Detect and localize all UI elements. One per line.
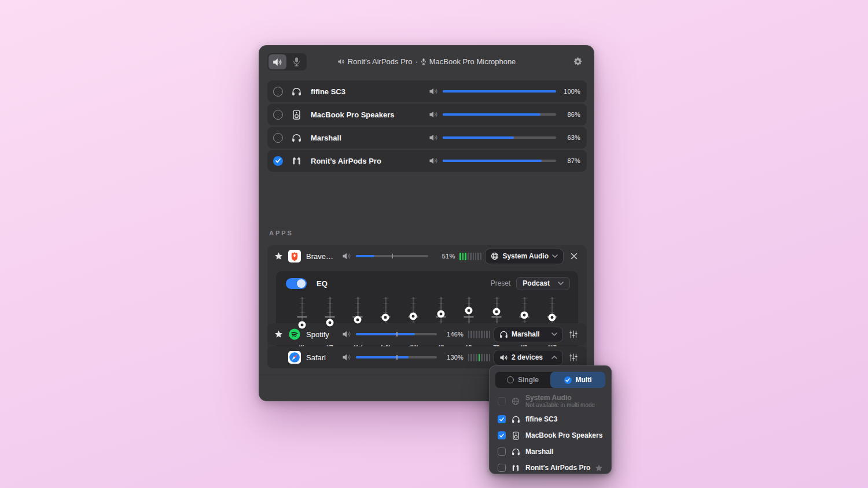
segment-multi[interactable]: Multi — [550, 372, 605, 388]
device-checkbox[interactable] — [498, 448, 506, 456]
eq-label: EQ — [317, 279, 491, 288]
eq-toggle[interactable] — [286, 278, 307, 289]
check-icon — [275, 158, 281, 163]
headphones-icon — [499, 331, 508, 338]
device-row-fifine-sc3[interactable]: fifine SC3 100% — [267, 80, 587, 102]
chevron-down-icon — [551, 332, 557, 336]
slider-fill — [356, 333, 415, 335]
device-row-marshall[interactable]: Marshall 63% — [267, 127, 587, 149]
app-volume-slider[interactable] — [356, 255, 428, 257]
output-select-brave[interactable]: System Audio — [485, 249, 564, 264]
slider-fill — [443, 136, 514, 139]
app-volume-slider[interactable] — [356, 333, 437, 335]
slider-100-tick — [396, 355, 398, 360]
eq-slider-knob[interactable] — [326, 319, 334, 327]
vu-bar — [484, 331, 485, 338]
vu-bar — [489, 354, 490, 361]
device-radio[interactable] — [273, 133, 283, 143]
preset-select[interactable]: Podcast — [516, 277, 570, 290]
vu-bar — [476, 354, 477, 361]
vu-bar — [462, 253, 464, 260]
output-select-safari[interactable]: 2 devices — [494, 350, 563, 365]
check-circle-icon — [564, 376, 572, 384]
safari-app-icon — [288, 351, 301, 364]
popup-item-macbook-pro-speakers[interactable]: MacBook Pro Speakers — [495, 427, 605, 443]
airpods-icon — [508, 464, 523, 472]
device-radio[interactable] — [273, 110, 283, 120]
favorite-star-icon[interactable] — [595, 464, 603, 472]
audio-control-window: Ronit’s AirPods Pro · MacBook Pro Microp… — [259, 45, 594, 401]
app-row-spotify: Spotify 146% Marshall — [267, 323, 587, 345]
device-volume-slider[interactable] — [443, 90, 556, 93]
popup-item-marshall[interactable]: Marshall — [495, 443, 605, 460]
segment-single[interactable]: Single — [495, 372, 550, 388]
headphones-icon — [286, 134, 306, 142]
radio-ring-icon — [507, 376, 514, 383]
volume-icon — [342, 330, 351, 338]
device-volume-value: 100% — [556, 88, 580, 95]
app-volume-slider[interactable] — [356, 356, 437, 358]
vu-bar — [473, 253, 474, 260]
favorite-star-icon[interactable] — [273, 330, 284, 338]
device-volume-slider[interactable] — [443, 113, 556, 116]
app-name: Spotify — [306, 330, 342, 339]
settings-button[interactable] — [569, 53, 586, 69]
preset-label: Preset — [491, 279, 511, 287]
volume-icon — [342, 353, 351, 361]
volume-icon — [429, 157, 438, 165]
title-separator: · — [415, 57, 417, 66]
popup-item-fifine-sc3[interactable]: fifine SC3 — [495, 411, 605, 427]
device-row-macbook-pro-speakers[interactable]: MacBook Pro Speakers 86% — [267, 103, 587, 125]
vu-bar — [468, 354, 469, 361]
eq-slider-knob[interactable] — [354, 316, 362, 324]
vu-bar — [470, 331, 472, 338]
favorite-star-icon[interactable] — [273, 252, 284, 260]
eq-slider-knob[interactable] — [465, 307, 473, 315]
window-header: Ronit’s AirPods Pro · MacBook Pro Microp… — [259, 46, 594, 77]
check-icon — [499, 417, 504, 422]
slider-100-tick — [396, 332, 398, 337]
zero-line — [297, 316, 307, 317]
eq-slider-knob[interactable] — [521, 312, 528, 319]
app-name: Brave… — [306, 252, 342, 261]
headphones-icon — [286, 87, 306, 96]
vu-bar — [468, 331, 469, 338]
mixer-sliders-icon — [569, 330, 578, 338]
device-checkbox[interactable] — [498, 431, 506, 439]
device-name: Ronit’s AirPods Pro — [311, 157, 429, 165]
eq-slider-knob[interactable] — [493, 308, 501, 316]
favorite-star-placeholder[interactable] — [273, 353, 284, 361]
device-volume-value: 87% — [556, 157, 580, 164]
popup-item-system-audio: System Audio Not available in multi mode — [495, 391, 605, 411]
popup-item-name: System Audio — [525, 394, 603, 402]
volume-icon — [429, 134, 438, 142]
device-volume-slider[interactable] — [443, 136, 556, 139]
device-checkbox[interactable] — [498, 464, 506, 472]
popup-item-ronits-airpods-pro[interactable]: Ronit's AirPods Pro — [495, 460, 605, 476]
device-checkbox[interactable] — [498, 415, 506, 423]
vu-bar — [481, 331, 482, 338]
preset-value: Podcast — [523, 279, 550, 287]
vu-bar — [470, 253, 471, 260]
eq-slider-knob[interactable] — [410, 313, 417, 320]
device-radio[interactable] — [273, 156, 283, 166]
output-select-spotify[interactable]: Marshall — [494, 327, 563, 342]
device-volume-slider[interactable] — [443, 160, 556, 162]
device-radio[interactable] — [273, 87, 283, 97]
app-eq-button[interactable] — [566, 350, 581, 364]
eq-slider-knob[interactable] — [299, 321, 306, 329]
close-app-button[interactable] — [567, 249, 581, 263]
chevron-down-icon — [552, 254, 558, 258]
eq-header: EQ Preset Podcast — [276, 271, 578, 295]
slider-fill — [356, 255, 374, 257]
window-title: Ronit’s AirPods Pro · MacBook Pro Microp… — [259, 46, 594, 77]
eq-slider-knob[interactable] — [382, 314, 389, 321]
eq-slider-knob[interactable] — [549, 314, 556, 321]
vu-bar — [486, 331, 487, 338]
vu-meter — [459, 253, 481, 260]
popup-item-subtitle: Not available in multi mode — [525, 402, 603, 409]
device-row-ronits-airpods-pro[interactable]: Ronit’s AirPods Pro 87% — [267, 150, 587, 172]
app-eq-button[interactable] — [566, 327, 581, 341]
vu-bar — [481, 354, 482, 361]
eq-slider-knob[interactable] — [437, 310, 445, 318]
